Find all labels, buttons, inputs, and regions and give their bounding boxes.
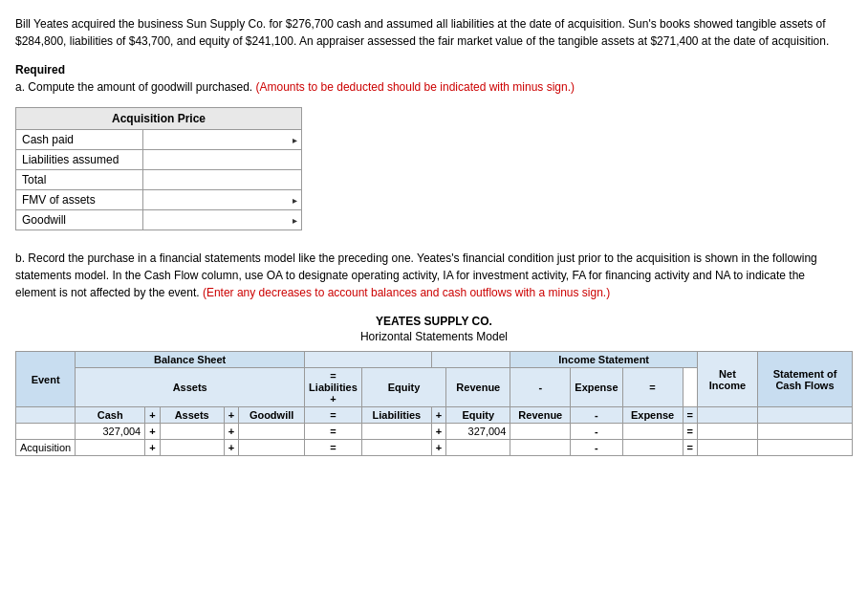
goodwill-cell-1[interactable] bbox=[239, 440, 305, 456]
cash-paid-arrow: ▸ bbox=[293, 135, 297, 145]
expense-cell-1[interactable] bbox=[622, 440, 683, 456]
minus1-sub-header: - bbox=[571, 407, 622, 424]
statements-model-wrapper: Event Balance Sheet Income Statement Net… bbox=[15, 351, 853, 456]
eq1-op-0: = bbox=[305, 424, 362, 440]
liabilities-cell-0[interactable] bbox=[361, 424, 431, 440]
eq-liabilities-header: = Liabilities + bbox=[305, 368, 362, 407]
goodwill-input-1[interactable] bbox=[243, 442, 300, 453]
table-row: Cash paid ▸ bbox=[16, 130, 302, 150]
revenue-header: Revenue bbox=[446, 368, 510, 407]
total-label: Total bbox=[16, 170, 143, 190]
cash-value-0: 327,004 bbox=[76, 424, 145, 440]
plus1-op-1: + bbox=[145, 440, 160, 456]
bs-plus-equity bbox=[431, 352, 510, 368]
revenue-input-1[interactable] bbox=[514, 442, 566, 453]
net-income-cell-0[interactable] bbox=[697, 424, 757, 440]
goodwill-cell-0[interactable] bbox=[239, 424, 305, 440]
minus1-header: - bbox=[510, 368, 571, 407]
required-label: Required bbox=[15, 63, 853, 76]
cash-flows-input-1[interactable] bbox=[762, 442, 848, 453]
eq2-sub-header: = bbox=[683, 407, 697, 424]
liabilities-assumed-input-cell[interactable] bbox=[142, 150, 301, 170]
fmv-assets-label: FMV of assets bbox=[16, 190, 143, 210]
event-cell-0 bbox=[16, 424, 76, 440]
net-income-input-0[interactable] bbox=[702, 426, 753, 437]
cash-cell-1[interactable] bbox=[76, 440, 145, 456]
plus1-op-0: + bbox=[145, 424, 160, 440]
income-stmt-header: Income Statement bbox=[510, 352, 698, 368]
model-subtitle: Horizontal Statements Model bbox=[15, 330, 853, 343]
revenue-cell-0 bbox=[510, 424, 571, 440]
revenue-cell-1[interactable] bbox=[510, 440, 571, 456]
intro-text: Bill Yeates acquired the business Sun Su… bbox=[15, 17, 829, 48]
plus3-sub-header: + bbox=[431, 407, 445, 424]
net-income-header: NetIncome bbox=[697, 352, 757, 407]
goodwill-arrow: ▸ bbox=[293, 215, 297, 226]
goodwill-label: Goodwill bbox=[16, 210, 143, 230]
table-row: FMV of assets ▸ bbox=[16, 190, 302, 210]
intro-paragraph: Bill Yeates acquired the business Sun Su… bbox=[15, 15, 837, 50]
goodwill-input-0[interactable] bbox=[243, 426, 300, 437]
minus1-op-0: - bbox=[571, 424, 622, 440]
table-row: Acquisition + + = + bbox=[16, 440, 853, 456]
cash-flows-input-0[interactable] bbox=[762, 426, 848, 437]
eq1-op-1: = bbox=[305, 440, 362, 456]
total-input-cell[interactable] bbox=[142, 170, 301, 190]
revenue-sub-header: Revenue bbox=[510, 407, 571, 424]
liabilities-input-0[interactable] bbox=[366, 426, 427, 437]
plus2-sub-header: + bbox=[224, 407, 238, 424]
assets-input-0[interactable] bbox=[164, 426, 220, 437]
goodwill-input[interactable] bbox=[149, 213, 295, 227]
goodwill-sub-header: Goodwill bbox=[239, 407, 305, 424]
balance-sheet-header: Balance Sheet bbox=[76, 352, 305, 368]
goodwill-input-cell[interactable]: ▸ bbox=[142, 210, 301, 230]
assets-group-header: Assets bbox=[76, 368, 305, 407]
net-income-sub-header bbox=[697, 407, 757, 424]
cash-input-1[interactable] bbox=[79, 442, 141, 453]
assets-cell-0[interactable] bbox=[160, 424, 224, 440]
expense-input-1[interactable] bbox=[627, 442, 679, 453]
liabilities-cell-1[interactable] bbox=[361, 440, 431, 456]
event-sub-header bbox=[16, 407, 76, 424]
cash-sub-header: Cash bbox=[76, 407, 145, 424]
bs-eq-liab bbox=[305, 352, 432, 368]
cash-paid-input-cell[interactable]: ▸ bbox=[142, 130, 301, 150]
plus2-op-0: + bbox=[224, 424, 238, 440]
equity-cell-1[interactable] bbox=[446, 440, 510, 456]
part-b-paragraph: b. Record the purchase in a financial st… bbox=[15, 250, 837, 301]
eq2-op-0: = bbox=[683, 424, 697, 440]
equity-value-0: 327,004 bbox=[446, 424, 510, 440]
part-a-label: a. Compute the amount of goodwill purcha… bbox=[15, 80, 853, 94]
table-row: Liabilities assumed bbox=[16, 150, 302, 170]
plus3-op-0: + bbox=[431, 424, 445, 440]
assets-sub-header: Assets bbox=[160, 407, 224, 424]
assets-input-1[interactable] bbox=[164, 442, 220, 453]
net-income-cell-1[interactable] bbox=[697, 440, 757, 456]
eq1-sub-header: = bbox=[305, 407, 362, 424]
expense-header: Expense bbox=[571, 368, 622, 407]
statements-model-table: Event Balance Sheet Income Statement Net… bbox=[15, 351, 853, 456]
liabilities-input-1[interactable] bbox=[366, 442, 427, 453]
plus3-op-1: + bbox=[431, 440, 445, 456]
minus1-op-1: - bbox=[571, 440, 622, 456]
event-header: Event bbox=[16, 352, 76, 407]
table-row: 327,004 + + = + 327,004 - = bbox=[16, 424, 853, 440]
equity-input-1[interactable] bbox=[450, 442, 506, 453]
net-income-input-1[interactable] bbox=[702, 442, 753, 453]
equity-sub-header: Equity bbox=[446, 407, 510, 424]
company-name: YEATES SUPPLY CO. bbox=[15, 315, 853, 328]
liabilities-assumed-label: Liabilities assumed bbox=[16, 150, 143, 170]
expense-sub-header: Expense bbox=[622, 407, 683, 424]
cash-flows-cell-1[interactable] bbox=[757, 440, 852, 456]
fmv-assets-input[interactable] bbox=[149, 193, 295, 207]
cash-paid-label: Cash paid bbox=[16, 130, 143, 150]
fmv-assets-input-cell[interactable]: ▸ bbox=[142, 190, 301, 210]
acq-table-header: Acquisition Price bbox=[16, 108, 302, 130]
assets-cell-1[interactable] bbox=[160, 440, 224, 456]
total-input[interactable] bbox=[149, 173, 295, 186]
plus2-op-1: + bbox=[224, 440, 238, 456]
liabilities-assumed-input[interactable] bbox=[149, 153, 295, 166]
cash-flows-cell-0[interactable] bbox=[757, 424, 852, 440]
cash-paid-input[interactable] bbox=[149, 133, 295, 146]
acquisition-price-table: Acquisition Price Cash paid ▸ Liabilitie… bbox=[15, 107, 302, 230]
